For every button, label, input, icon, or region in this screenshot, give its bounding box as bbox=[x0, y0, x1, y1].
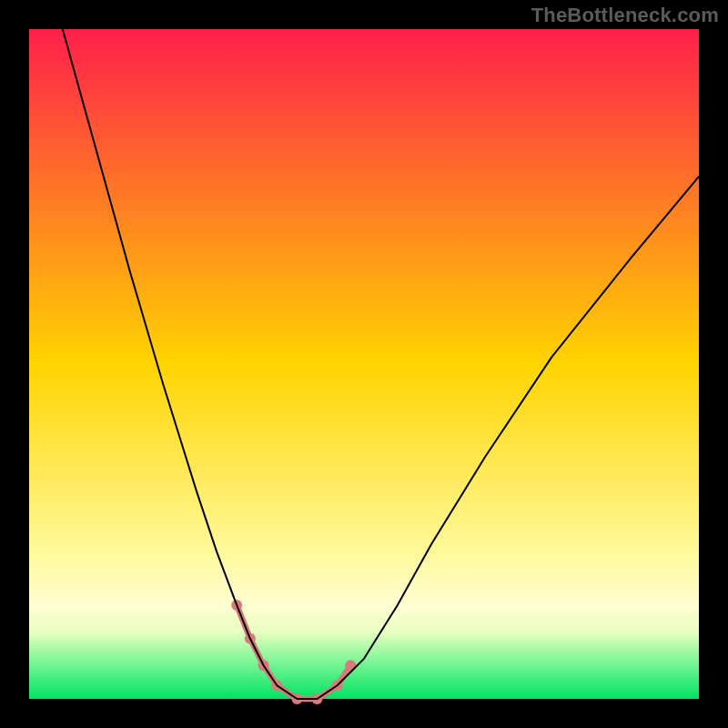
plot-area bbox=[29, 29, 699, 699]
watermark-label: TheBottleneck.com bbox=[531, 4, 719, 27]
chart-container: TheBottleneck.com bbox=[0, 0, 728, 728]
bottleneck-chart bbox=[0, 0, 728, 728]
